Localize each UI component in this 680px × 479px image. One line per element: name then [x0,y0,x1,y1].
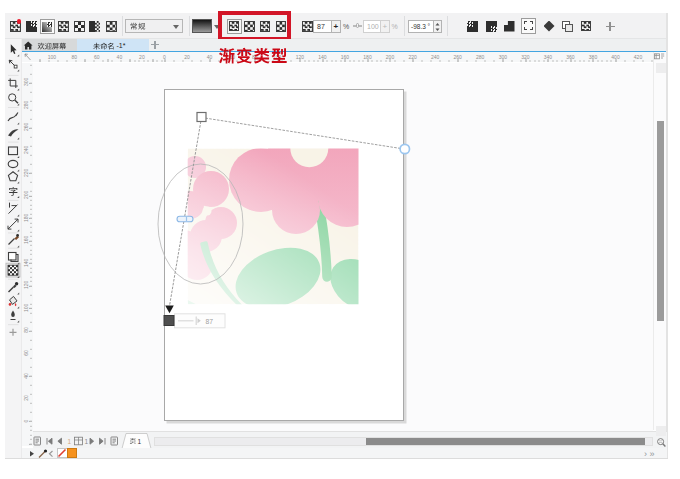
svg-text:1: 1 [85,438,89,445]
svg-text:1: 1 [68,438,72,445]
svg-text:1: 1 [138,438,142,445]
